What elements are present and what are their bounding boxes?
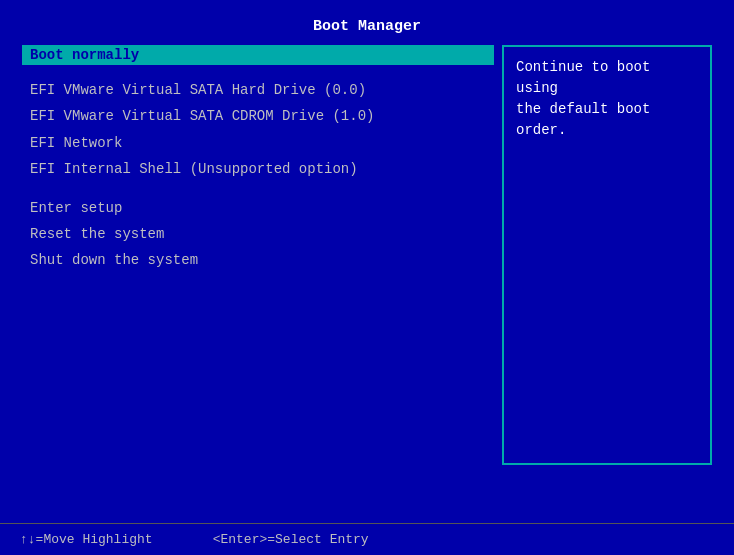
menu-item-6[interactable]: Shut down the system bbox=[22, 247, 494, 273]
menu-spacer bbox=[22, 183, 494, 195]
page-title: Boot Manager bbox=[0, 0, 734, 45]
menu-item-2[interactable]: EFI Network bbox=[22, 130, 494, 156]
left-panel: Boot normally EFI VMware Virtual SATA Ha… bbox=[22, 45, 494, 523]
menu-item-0[interactable]: EFI VMware Virtual SATA Hard Drive (0.0) bbox=[22, 77, 494, 103]
menu-item-4[interactable]: Enter setup bbox=[22, 195, 494, 221]
selected-menu-item[interactable]: Boot normally bbox=[22, 45, 494, 65]
footer: ↑↓=Move Highlight <Enter>=Select Entry bbox=[0, 523, 734, 555]
menu-item-3[interactable]: EFI Internal Shell (Unsupported option) bbox=[22, 156, 494, 182]
description-text: Continue to boot usingthe default boot o… bbox=[516, 59, 650, 138]
menu-item-1[interactable]: EFI VMware Virtual SATA CDROM Drive (1.0… bbox=[22, 103, 494, 129]
right-panel: Continue to boot usingthe default boot o… bbox=[502, 45, 712, 465]
menu-item-5[interactable]: Reset the system bbox=[22, 221, 494, 247]
main-area: Boot normally EFI VMware Virtual SATA Ha… bbox=[22, 45, 712, 523]
footer-hint-select: <Enter>=Select Entry bbox=[213, 532, 369, 547]
footer-hint-move: ↑↓=Move Highlight bbox=[20, 532, 153, 547]
